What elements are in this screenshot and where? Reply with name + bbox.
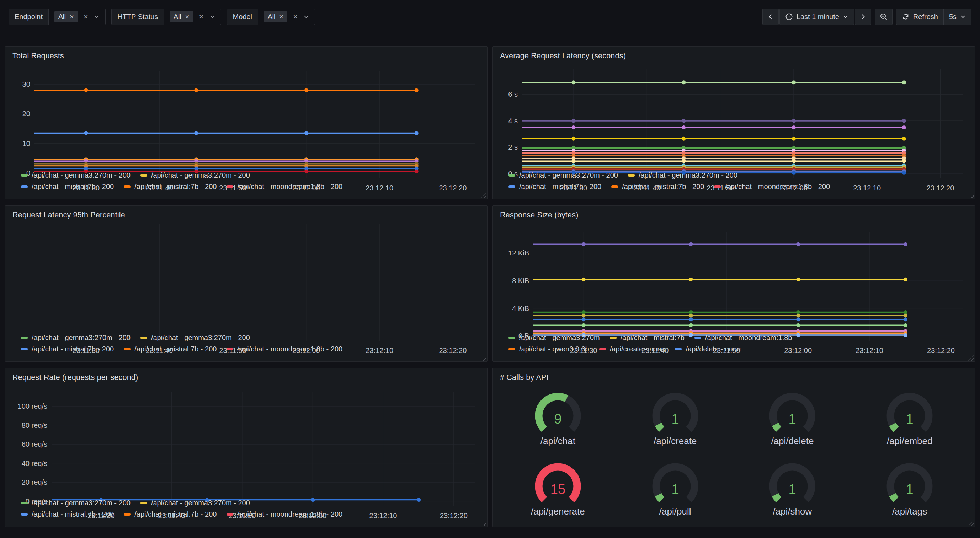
- time-range-picker-button[interactable]: Last 1 minute: [780, 8, 854, 25]
- panel-resize-handle[interactable]: [481, 193, 487, 198]
- filter-clear-icon[interactable]: ×: [84, 13, 88, 21]
- chevron-down-icon[interactable]: [210, 14, 215, 19]
- panel-average-request-latency: Average Request Latency (seconds) 0 s2 s…: [493, 46, 975, 199]
- chart-area[interactable]: 23:11:3023:11:4023:11:5023:12:0023:12:10…: [12, 220, 481, 330]
- legend-item[interactable]: /api/chat - moondream:1.8b - 200: [714, 183, 830, 191]
- series-color-swatch: [226, 186, 233, 188]
- legend-item[interactable]: /api/chat - mistral:7b - 200: [21, 510, 114, 519]
- legend-item[interactable]: /api/chat - mistral:7b - 200: [124, 345, 216, 353]
- gauge-label: /api/create: [654, 436, 697, 447]
- filter-endpoint-chip[interactable]: All ×: [54, 11, 78, 22]
- legend-item[interactable]: /api/chat - moondream:1.8b - 200: [226, 510, 342, 519]
- svg-text:12 KiB: 12 KiB: [508, 249, 529, 257]
- filter-model-label: Model: [227, 9, 258, 24]
- series-color-swatch: [509, 186, 515, 188]
- legend-item[interactable]: /api/chat - gemma3:270m - 200: [140, 171, 250, 179]
- chart-area[interactable]: 0 s2 s4 s6 s23:11:3023:11:4023:11:5023:1…: [499, 61, 968, 167]
- legend-label: /api/chat - gemma3:270m - 200: [151, 171, 250, 179]
- legend-item[interactable]: /api/chat - mistral:7b - 200: [124, 510, 216, 519]
- legend-item[interactable]: /api/chat - gemma3:270m - 200: [21, 171, 130, 179]
- legend-item[interactable]: /api/chat - moondream:1.8b: [694, 334, 792, 342]
- legend-item[interactable]: /api/chat - moondream:1.8b - 200: [226, 183, 342, 191]
- legend-item[interactable]: /api/chat - mistral:7b: [610, 334, 684, 342]
- chip-remove-icon[interactable]: ×: [70, 13, 74, 20]
- panel-resize-handle[interactable]: [481, 355, 487, 361]
- panel-title[interactable]: Response Size (bytes): [499, 209, 968, 220]
- legend-label: /api/chat - gemma3:270m - 200: [32, 334, 130, 342]
- chip-remove-icon[interactable]: ×: [185, 13, 189, 20]
- series-color-swatch: [140, 502, 147, 504]
- legend-item[interactable]: /api/chat - mistral:7b - 200: [21, 183, 114, 191]
- panel-response-size: Response Size (bytes) 0 B4 KiB8 KiB12 Ki…: [493, 205, 975, 362]
- gauge-label: /api/generate: [531, 506, 585, 517]
- legend-item[interactable]: /api/chat - qwen3:0.6b: [509, 345, 589, 353]
- zoom-out-button[interactable]: [875, 8, 892, 25]
- chip-remove-icon[interactable]: ×: [279, 13, 283, 20]
- legend-item[interactable]: /api/chat - gemma3:270m - 200: [21, 334, 130, 342]
- panel-title[interactable]: Request Rate (requests per second): [12, 372, 481, 383]
- panel-resize-handle[interactable]: [968, 355, 974, 361]
- panel-title[interactable]: Request Latency 95th Percentile: [12, 209, 481, 220]
- panel-title[interactable]: # Calls by API: [499, 372, 968, 383]
- legend-item[interactable]: /api/chat - mistral:7b - 200: [21, 345, 114, 353]
- chevron-down-icon[interactable]: [303, 14, 309, 19]
- series-color-swatch: [694, 336, 701, 339]
- gauge-arc: 15: [528, 460, 588, 505]
- legend-item[interactable]: /api/chat - mistral:7b - 200: [124, 183, 216, 191]
- time-shift-back-button[interactable]: [762, 8, 779, 25]
- filter-http-status: HTTP Status All × ×: [111, 8, 221, 25]
- legend-row: /api/chat - qwen3:0.6b/api/create - none…: [509, 345, 968, 353]
- legend-item[interactable]: /api/chat - moondream:1.8b - 200: [226, 345, 342, 353]
- filter-clear-icon[interactable]: ×: [199, 13, 204, 21]
- filter-endpoint-value[interactable]: All × ×: [49, 9, 105, 24]
- gauge-cell: 1/api/show: [734, 454, 851, 524]
- legend-label: /api/chat - moondream:1.8b - 200: [237, 510, 342, 519]
- refresh-button[interactable]: Refresh: [896, 8, 943, 25]
- series-color-swatch: [509, 174, 515, 177]
- panel-title[interactable]: Average Request Latency (seconds): [499, 50, 968, 61]
- chart-area[interactable]: 0 req/s20 req/s40 req/s60 req/s80 req/s1…: [12, 383, 481, 495]
- dashboard-controls: Endpoint All × × HTTP Status All: [8, 8, 972, 25]
- legend-item[interactable]: /api/create - none: [599, 345, 665, 353]
- filter-http-status-chip[interactable]: All ×: [170, 11, 193, 22]
- legend-item[interactable]: /api/delete - none: [675, 345, 741, 353]
- legend-item[interactable]: /api/chat - mistral:7b - 200: [611, 183, 704, 191]
- legend-item[interactable]: /api/chat - gemma3:270m - 200: [140, 334, 250, 342]
- legend-label: /api/chat - moondream:1.8b - 200: [725, 183, 830, 191]
- panel-title[interactable]: Total Requests: [12, 50, 481, 61]
- time-controls: Last 1 minute: [762, 8, 972, 25]
- panel-resize-handle[interactable]: [968, 520, 974, 526]
- legend-label: /api/chat - mistral:7b - 200: [32, 510, 114, 519]
- legend-item[interactable]: /api/chat - gemma3:270m: [509, 334, 600, 342]
- svg-text:100 req/s: 100 req/s: [18, 402, 47, 410]
- filter-model-chip[interactable]: All ×: [264, 11, 287, 22]
- time-shift-forward-button[interactable]: [855, 8, 871, 25]
- legend-item[interactable]: /api/chat - gemma3:270m - 200: [140, 499, 250, 507]
- chevron-down-icon[interactable]: [94, 14, 100, 19]
- gauge-cell: 1/api/embed: [851, 383, 968, 454]
- legend-item[interactable]: /api/chat - gemma3:270m - 200: [509, 171, 618, 179]
- svg-text:10: 10: [22, 140, 30, 148]
- filter-clear-icon[interactable]: ×: [293, 13, 298, 21]
- chart-area[interactable]: 0 B4 KiB8 KiB12 KiB23:11:3023:11:4023:11…: [499, 220, 968, 330]
- series-color-swatch: [21, 348, 28, 351]
- legend-item[interactable]: /api/chat - gemma3:270m - 200: [628, 171, 738, 179]
- svg-text:60 req/s: 60 req/s: [22, 440, 47, 448]
- chevron-down-icon: [960, 14, 966, 19]
- filter-http-status-value[interactable]: All × ×: [164, 9, 221, 24]
- legend-label: /api/create - none: [610, 345, 665, 353]
- refresh-interval-button[interactable]: 5s: [943, 8, 972, 25]
- gauge-cell: 9/api/chat: [499, 383, 617, 454]
- legend-row: /api/chat - mistral:7b - 200/api/chat - …: [509, 183, 968, 191]
- panel-resize-handle[interactable]: [968, 193, 974, 198]
- gauge-arc: 1: [762, 389, 822, 435]
- panel-resize-handle[interactable]: [481, 520, 487, 526]
- gauge-arc: 1: [879, 460, 940, 505]
- legend-item[interactable]: /api/chat - gemma3:270m - 200: [21, 499, 130, 507]
- filter-model-value[interactable]: All × ×: [258, 9, 315, 24]
- gauge-label: /api/show: [773, 506, 812, 517]
- chart-area[interactable]: 010203023:11:3023:11:4023:11:5023:12:002…: [12, 61, 481, 167]
- gauge-grid: 9/api/chat1/api/create1/api/delete1/api/…: [499, 383, 968, 524]
- legend-item[interactable]: /api/chat - mistral:7b - 200: [509, 183, 601, 191]
- legend-label: /api/chat - gemma3:270m - 200: [32, 171, 130, 179]
